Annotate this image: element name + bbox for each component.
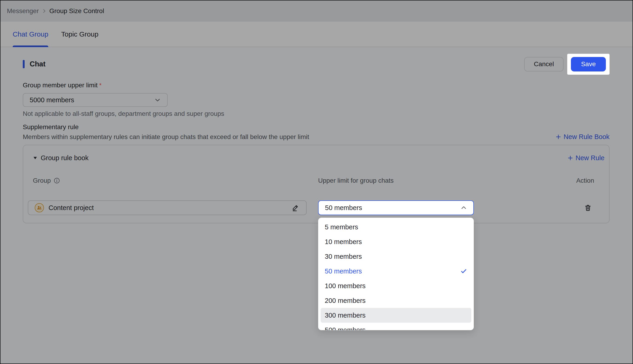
- delete-rule-button[interactable]: [584, 204, 592, 212]
- dropdown-option-label: 300 members: [325, 312, 366, 319]
- tab-chat-group-label: Chat Group: [13, 30, 48, 38]
- dropdown-option[interactable]: 10 members: [321, 234, 471, 249]
- breadcrumb-current: Group Size Control: [50, 7, 104, 15]
- column-limit: Upper limit for group chats: [318, 177, 474, 184]
- caret-down-icon: [33, 156, 38, 160]
- new-rule-link[interactable]: New Rule: [567, 154, 604, 162]
- upper-limit-select[interactable]: 5000 members: [23, 93, 168, 107]
- chevron-down-icon: [154, 97, 161, 103]
- cancel-button[interactable]: Cancel: [524, 57, 563, 72]
- column-group: Group: [28, 177, 306, 184]
- chevron-right-icon: [41, 8, 47, 14]
- breadcrumb-parent[interactable]: Messenger: [7, 7, 39, 15]
- action-cell: [584, 204, 604, 212]
- upper-limit-label: Group member upper limit: [23, 82, 98, 89]
- save-button[interactable]: Save: [571, 57, 606, 72]
- rule-book-header: Group rule book New Rule: [28, 152, 604, 163]
- dropdown-option-label: 10 members: [325, 238, 362, 246]
- section-header: Chat Cancel Save: [23, 54, 609, 75]
- new-rule-label: New Rule: [575, 154, 604, 162]
- dropdown-option-label: 50 members: [325, 268, 362, 275]
- upper-limit-note: Not applicable to all-staff groups, depa…: [23, 110, 609, 118]
- breadcrumb: Messenger Group Size Control: [1, 0, 632, 22]
- plus-icon: [567, 155, 573, 161]
- dropdown-option-label: 500 members: [325, 326, 366, 330]
- limit-cell: 50 members 5 members 10 members 30 membe…: [318, 200, 474, 215]
- dropdown-option-label: 30 members: [325, 253, 362, 260]
- header-actions: Cancel Save: [524, 54, 609, 75]
- dropdown-option-label: 5 members: [325, 223, 358, 231]
- plus-icon: [555, 134, 561, 140]
- dropdown-option[interactable]: 200 members: [321, 293, 471, 308]
- group-avatar: [35, 203, 44, 212]
- upper-limit-label-row: Group member upper limit *: [23, 82, 609, 89]
- dropdown-option[interactable]: 5 members: [321, 220, 471, 234]
- chevron-up-icon: [461, 204, 467, 211]
- edit-group-button[interactable]: [291, 204, 300, 212]
- tab-topic-group[interactable]: Topic Group: [61, 22, 98, 47]
- group-name: Content project: [49, 204, 287, 212]
- app-window: Messenger Group Size Control Chat Group …: [0, 0, 633, 364]
- section-title-wrap: Chat: [23, 60, 46, 68]
- save-button-spotlight: Save: [567, 54, 609, 75]
- dropdown-option[interactable]: 100 members: [321, 278, 471, 293]
- rule-table-header: Group Upper limit for group chats Action: [28, 176, 604, 185]
- rule-book-collapse-toggle[interactable]: Group rule book: [33, 154, 89, 162]
- new-rule-book-link[interactable]: New Rule Book: [555, 133, 609, 141]
- dropdown-option-label: 200 members: [325, 297, 366, 304]
- group-tag-field: Content project: [28, 200, 306, 215]
- limit-select-value: 50 members: [325, 204, 362, 212]
- column-action: Action: [485, 177, 604, 184]
- info-icon[interactable]: [54, 178, 60, 184]
- new-rule-book-label: New Rule Book: [563, 133, 609, 141]
- tab-bar: Chat Group Topic Group: [1, 22, 632, 47]
- dropdown-option[interactable]: 30 members: [321, 249, 471, 264]
- dropdown-option[interactable]: 500 members: [321, 323, 471, 330]
- page-title: Chat: [30, 60, 46, 68]
- check-icon: [460, 268, 467, 274]
- supplementary-rule-title: Supplementary rule: [23, 124, 609, 131]
- supplementary-rule-description: Members within supplementary rules can i…: [23, 133, 309, 141]
- dropdown-option[interactable]: 50 members: [321, 264, 471, 278]
- rule-table-row: Content project 50 members: [28, 200, 604, 215]
- rule-book-title: Group rule book: [41, 154, 89, 162]
- required-asterisk: *: [99, 82, 101, 89]
- dropdown-option[interactable]: 300 members: [321, 308, 471, 323]
- tab-topic-group-label: Topic Group: [61, 30, 98, 38]
- section-accent-bar: [23, 60, 25, 68]
- column-group-label: Group: [33, 177, 51, 184]
- limit-dropdown-menu: 5 members 10 members 30 members 50 membe…: [318, 218, 474, 330]
- limit-select[interactable]: 50 members: [318, 200, 474, 215]
- rule-book-card: Group rule book New Rule Group: [23, 145, 609, 223]
- tab-chat-group[interactable]: Chat Group: [13, 22, 48, 47]
- main-content: Chat Cancel Save Group member upper limi…: [1, 54, 632, 223]
- upper-limit-select-value: 5000 members: [30, 96, 74, 104]
- supplementary-rule-row: Members within supplementary rules can i…: [23, 133, 609, 141]
- dropdown-option-label: 100 members: [325, 282, 366, 290]
